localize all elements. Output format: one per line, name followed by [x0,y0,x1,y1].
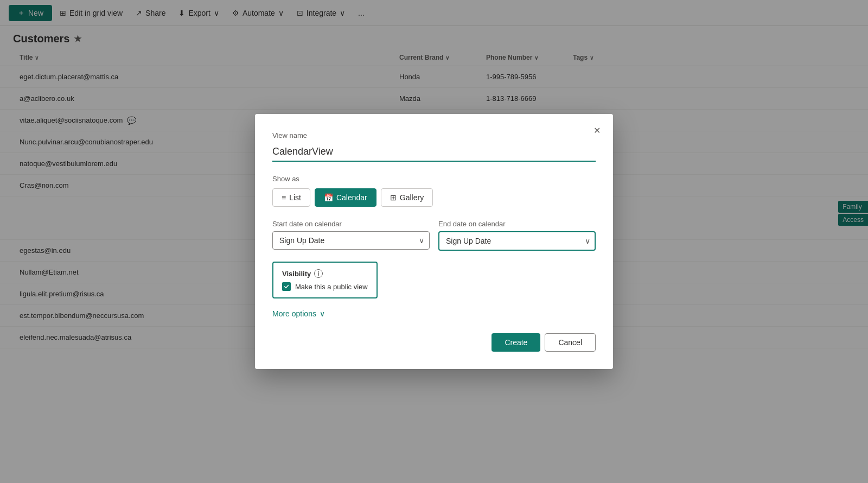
end-date-wrapper: Sign Up Date ∨ [438,231,596,251]
chevron-down-icon: ∨ [320,309,325,318]
public-view-checkbox-row[interactable]: Make this a public view [282,282,368,291]
date-fields: Start date on calendar Sign Up Date ∨ En… [272,220,596,251]
visibility-box: Visibility i Make this a public view [272,262,378,298]
view-name-input[interactable] [272,143,596,162]
calendar-view-button[interactable]: 📅 Calendar [315,188,376,207]
start-date-field: Start date on calendar Sign Up Date ∨ [272,220,430,251]
info-icon[interactable]: i [314,269,323,278]
end-date-field: End date on calendar Sign Up Date ∨ [438,220,596,251]
list-label: List [289,193,301,202]
start-date-select[interactable]: Sign Up Date [272,231,430,250]
view-type-buttons: ≡ List 📅 Calendar ⊞ Gallery [272,188,596,207]
modal-close-button[interactable]: ✕ [589,123,604,138]
show-as-label: Show as [272,175,596,183]
calendar-label: Calendar [336,193,367,202]
modal-dialog: ✕ View name Show as ≡ List 📅 Calendar ⊞ … [255,114,613,369]
public-view-label: Make this a public view [295,283,368,291]
gallery-icon: ⊞ [390,193,397,202]
visibility-label: Visibility i [282,269,368,278]
gallery-view-button[interactable]: ⊞ Gallery [381,188,433,207]
start-date-label: Start date on calendar [272,220,430,228]
calendar-icon: 📅 [324,193,333,202]
gallery-label: Gallery [400,193,424,202]
view-name-label: View name [272,131,596,139]
more-options-button[interactable]: More options ∨ [272,307,325,320]
list-view-button[interactable]: ≡ List [272,188,310,207]
cancel-button[interactable]: Cancel [545,333,596,352]
more-options-label: More options [272,309,316,318]
start-date-wrapper: Sign Up Date ∨ [272,231,430,250]
public-view-checkbox[interactable] [282,282,291,291]
modal-overlay: ✕ View name Show as ≡ List 📅 Calendar ⊞ … [0,0,868,483]
create-button[interactable]: Create [492,333,540,352]
modal-footer: Create Cancel [272,333,596,352]
list-icon: ≡ [282,193,286,202]
end-date-label: End date on calendar [438,220,596,228]
end-date-select[interactable]: Sign Up Date [438,231,596,251]
close-icon: ✕ [593,125,601,136]
